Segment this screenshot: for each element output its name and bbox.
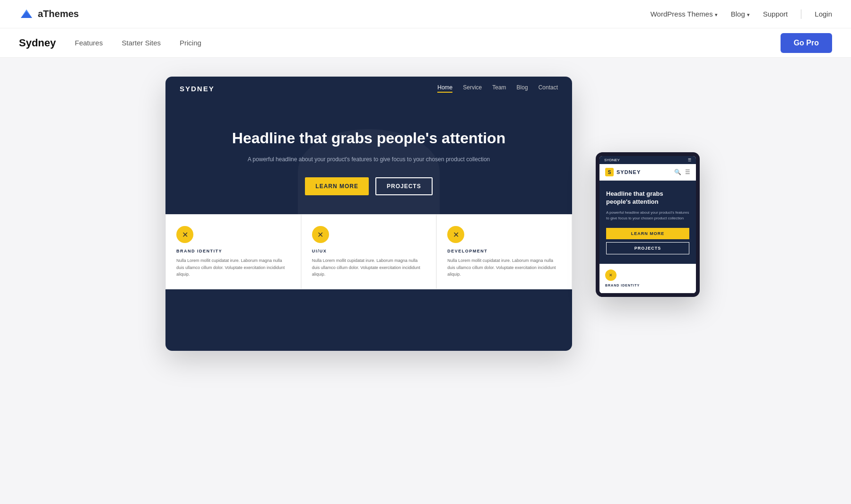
top-nav-links: WordPress Themes Blog Support Login bbox=[651, 9, 832, 19]
sydney-headline: Headline that grabs people's attention bbox=[180, 129, 558, 148]
sydney-nav-service[interactable]: Service bbox=[463, 84, 482, 93]
sydney-card-title-uiux: UI/UX bbox=[312, 249, 426, 253]
secondary-nav-starter-sites[interactable]: Starter Sites bbox=[122, 39, 161, 47]
sydney-subheadline: A powerful headline about your product's… bbox=[180, 155, 558, 164]
mobile-learn-more-button[interactable]: LEARN MORE bbox=[606, 228, 689, 239]
secondary-nav-pricing[interactable]: Pricing bbox=[180, 39, 201, 47]
top-navigation: aThemes WordPress Themes Blog Support Lo… bbox=[0, 0, 851, 28]
page-title: Sydney bbox=[19, 37, 56, 49]
mobile-card: ✕ BRAND IDENTITY bbox=[599, 264, 696, 293]
sydney-learn-more-button[interactable]: LEARN MORE bbox=[305, 177, 369, 195]
cross-icon: ✕ bbox=[453, 230, 459, 239]
sydney-hero: Headline that grabs people's attention A… bbox=[165, 100, 572, 214]
cross-icon: ✕ bbox=[609, 273, 613, 278]
sydney-card-title-brand: BRAND IDENTITY bbox=[176, 249, 290, 253]
go-pro-button[interactable]: Go Pro bbox=[781, 33, 832, 53]
nav-link-support[interactable]: Support bbox=[763, 10, 788, 18]
mobile-logo-text: SYDNEY bbox=[617, 169, 641, 175]
sydney-projects-button[interactable]: PROJECTS bbox=[375, 177, 433, 195]
cross-icon: ✕ bbox=[182, 230, 188, 239]
mobile-card-title: BRAND IDENTITY bbox=[605, 284, 690, 287]
svg-marker-1 bbox=[21, 11, 32, 18]
mobile-card-icon: ✕ bbox=[605, 269, 617, 281]
sydney-inner-nav: SYDNEY Home Service Team Blog Contact bbox=[165, 77, 572, 100]
mobile-hero: Headline that grabs people's attention A… bbox=[599, 181, 696, 264]
mobile-status-bar: SYDNEY ☰ bbox=[599, 156, 696, 164]
sydney-nav-blog[interactable]: Blog bbox=[517, 84, 528, 93]
nav-link-wordpress-themes[interactable]: WordPress Themes bbox=[651, 10, 718, 18]
mobile-nav-icons: 🔍 ☰ bbox=[674, 169, 690, 175]
nav-link-blog[interactable]: Blog bbox=[731, 10, 750, 18]
mobile-hero-headline: Headline that grabs people's attention bbox=[606, 190, 689, 206]
cross-icon: ✕ bbox=[317, 230, 323, 239]
mobile-logo-symbol: S bbox=[608, 170, 611, 175]
sydney-card-text-brand: Nulla Lorem mollit cupidatat irure. Labo… bbox=[176, 257, 290, 278]
sydney-card-text-uiux: Nulla Lorem mollit cupidatat irure. Labo… bbox=[312, 257, 426, 278]
sydney-hero-content: Headline that grabs people's attention A… bbox=[180, 129, 558, 195]
mobile-hamburger-icon[interactable]: ☰ bbox=[685, 169, 690, 175]
logo-icon bbox=[19, 7, 34, 22]
mobile-logo-row: S SYDNEY bbox=[605, 168, 641, 176]
mobile-hero-sub: A powerful headline about your product's… bbox=[606, 210, 689, 221]
main-content: SYDNEY Home Service Team Blog Contact He… bbox=[0, 58, 851, 504]
sydney-card-brand-identity: ✕ BRAND IDENTITY Nulla Lorem mollit cupi… bbox=[165, 214, 301, 289]
sydney-card-uiux: ✕ UI/UX Nulla Lorem mollit cupidatat iru… bbox=[301, 214, 437, 289]
sydney-nav-contact[interactable]: Contact bbox=[538, 84, 558, 93]
sydney-card-title-dev: DEVELOPMENT bbox=[447, 249, 561, 253]
desktop-mockup: SYDNEY Home Service Team Blog Contact He… bbox=[165, 77, 572, 351]
mobile-projects-button[interactable]: PROJECTS bbox=[606, 242, 689, 254]
chevron-down-icon bbox=[747, 10, 750, 18]
mobile-menu-icon: ☰ bbox=[688, 158, 691, 162]
sydney-cards: ✕ BRAND IDENTITY Nulla Lorem mollit cupi… bbox=[165, 214, 572, 289]
chevron-down-icon bbox=[715, 10, 718, 18]
sydney-card-text-dev: Nulla Lorem mollit cupidatat irure. Labo… bbox=[447, 257, 561, 278]
secondary-nav-left: Sydney Features Starter Sites Pricing bbox=[19, 37, 201, 49]
sydney-nav-team[interactable]: Team bbox=[492, 84, 506, 93]
sydney-card-icon-dev: ✕ bbox=[447, 226, 464, 243]
sydney-card-icon-uiux: ✕ bbox=[312, 226, 329, 243]
sydney-hero-buttons: LEARN MORE PROJECTS bbox=[180, 177, 558, 195]
mockup-wrapper: SYDNEY Home Service Team Blog Contact He… bbox=[165, 77, 686, 351]
mobile-nav-bar: S SYDNEY 🔍 ☰ bbox=[599, 164, 696, 181]
login-link[interactable]: Login bbox=[815, 10, 832, 18]
secondary-nav-features[interactable]: Features bbox=[75, 39, 103, 47]
mobile-status-text: SYDNEY bbox=[604, 158, 620, 162]
nav-separator bbox=[801, 9, 801, 19]
mobile-search-icon[interactable]: 🔍 bbox=[674, 169, 681, 175]
secondary-navigation: Sydney Features Starter Sites Pricing Go… bbox=[0, 28, 851, 58]
sydney-inner-logo: SYDNEY bbox=[180, 85, 215, 93]
mobile-logo-icon: S bbox=[605, 168, 614, 176]
sydney-nav-links: Home Service Team Blog Contact bbox=[437, 84, 558, 93]
logo-text: aThemes bbox=[38, 9, 79, 19]
sydney-card-icon-brand: ✕ bbox=[176, 226, 193, 243]
logo[interactable]: aThemes bbox=[19, 7, 79, 22]
sydney-nav-home[interactable]: Home bbox=[437, 84, 452, 93]
mobile-mockup: SYDNEY ☰ S SYDNEY 🔍 ☰ Headline that grab… bbox=[596, 152, 700, 297]
sydney-card-development: ✕ DEVELOPMENT Nulla Lorem mollit cupidat… bbox=[436, 214, 572, 289]
